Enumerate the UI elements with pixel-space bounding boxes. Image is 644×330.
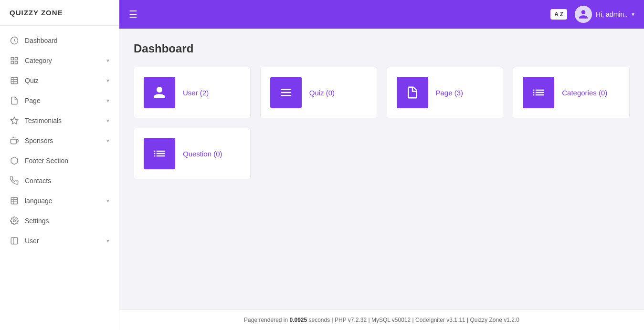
sidebar-item-footer-section[interactable]: Footer Section xyxy=(0,151,119,171)
sidebar: QUIZZY ZONE Dashboard Category ▾ xyxy=(0,0,119,330)
footer-section-icon xyxy=(10,156,19,165)
page-icon xyxy=(10,96,19,105)
svg-point-17 xyxy=(13,220,16,222)
question-card-icon-box xyxy=(144,138,175,169)
language-switcher[interactable]: A Z xyxy=(550,9,567,20)
topbar-right: A Z Hi, admin.. ▾ xyxy=(550,6,634,23)
user-greeting: Hi, admin.. xyxy=(596,10,628,18)
quiz-card-icon-box xyxy=(270,77,302,108)
categories-card-icon-box xyxy=(523,77,554,108)
topbar-left: ☰ xyxy=(129,9,137,20)
sidebar-item-quiz[interactable]: Quiz ▾ xyxy=(0,71,119,91)
svg-rect-3 xyxy=(11,62,13,64)
sponsors-icon xyxy=(10,136,19,145)
settings-icon xyxy=(10,217,19,225)
quiz-card-icon xyxy=(279,85,293,100)
svg-rect-4 xyxy=(15,62,18,64)
sidebar-item-language[interactable]: language ▾ xyxy=(0,191,119,211)
sidebar-item-contacts[interactable]: Contacts xyxy=(0,171,119,191)
quiz-icon xyxy=(10,76,19,85)
sidebar-item-sponsors[interactable]: Sponsors ▾ xyxy=(0,131,119,151)
user-nav-icon xyxy=(10,237,19,245)
user-card-label: User (2) xyxy=(183,89,209,97)
quiz-card-label: Quiz (0) xyxy=(309,89,335,97)
sidebar-item-user[interactable]: User ▾ xyxy=(0,231,119,251)
avatar xyxy=(575,6,592,23)
footer-bar: Page rendered in 0.0925 seconds | PHP v7… xyxy=(119,309,644,330)
sidebar-item-category[interactable]: Category ▾ xyxy=(0,51,119,71)
user-menu[interactable]: Hi, admin.. ▾ xyxy=(575,6,634,23)
contacts-icon xyxy=(10,176,19,185)
category-arrow: ▾ xyxy=(106,57,109,64)
hamburger-icon[interactable]: ☰ xyxy=(129,9,137,20)
app-logo: QUIZZY ZONE xyxy=(0,0,119,26)
sidebar-item-dashboard[interactable]: Dashboard xyxy=(0,31,119,51)
page-card-icon-box xyxy=(397,77,428,108)
svg-rect-2 xyxy=(15,57,18,60)
user-dropdown-arrow: ▾ xyxy=(632,11,634,18)
user-arrow: ▾ xyxy=(106,237,109,244)
svg-rect-1 xyxy=(11,57,13,60)
page-stat-card: Page (3) xyxy=(387,67,504,118)
testimonials-icon xyxy=(10,116,19,125)
page-title: Dashboard xyxy=(134,42,630,55)
language-icon xyxy=(10,196,19,205)
render-time: 0.0925 xyxy=(289,317,307,323)
svg-rect-5 xyxy=(11,77,18,84)
main-area: ☰ A Z Hi, admin.. ▾ Dashboard xyxy=(119,0,644,330)
category-icon xyxy=(10,56,19,65)
categories-card-label: Categories (0) xyxy=(562,89,607,97)
categories-card-icon xyxy=(531,85,546,100)
question-stat-card: Question (0) xyxy=(134,128,251,179)
svg-marker-9 xyxy=(11,117,18,124)
user-card-icon xyxy=(152,85,167,100)
categories-stat-card: Categories (0) xyxy=(513,67,630,118)
topbar: ☰ A Z Hi, admin.. ▾ xyxy=(119,0,644,29)
cards-row-1: User (2) Quiz (0) Page (3) xyxy=(134,67,630,118)
question-card-label: Question (0) xyxy=(183,150,222,158)
footer-text: Page rendered in 0.0925 seconds | PHP v7… xyxy=(244,317,519,323)
cards-row-2: Question (0) xyxy=(134,128,630,179)
sponsors-arrow: ▾ xyxy=(106,137,109,144)
svg-rect-13 xyxy=(11,197,18,204)
page-card-icon xyxy=(405,85,420,100)
dashboard-icon xyxy=(10,36,19,45)
page-card-label: Page (3) xyxy=(436,89,464,97)
sidebar-nav: Dashboard Category ▾ Quiz ▾ xyxy=(0,26,119,330)
sidebar-item-page[interactable]: Page ▾ xyxy=(0,91,119,111)
language-arrow: ▾ xyxy=(106,197,109,204)
sidebar-item-testimonials[interactable]: Testimonials ▾ xyxy=(0,111,119,131)
user-stat-card: User (2) xyxy=(134,67,251,118)
sidebar-item-settings[interactable]: Settings xyxy=(0,211,119,231)
svg-rect-18 xyxy=(11,237,18,244)
content-area: Dashboard User (2) Quiz (0) xyxy=(119,29,644,309)
page-arrow: ▾ xyxy=(106,97,109,104)
user-card-icon-box xyxy=(144,77,175,108)
quiz-arrow: ▾ xyxy=(106,77,109,84)
testimonials-arrow: ▾ xyxy=(106,117,109,124)
quiz-stat-card: Quiz (0) xyxy=(260,67,377,118)
question-card-icon xyxy=(152,146,167,161)
